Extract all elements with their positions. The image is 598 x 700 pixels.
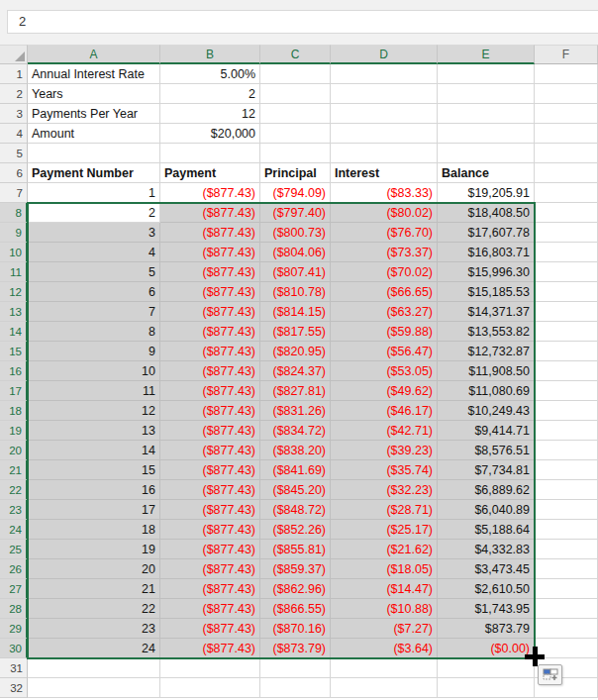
cell-c24[interactable]: ($852.26)	[260, 520, 331, 540]
cell-b9[interactable]: ($877.43)	[160, 223, 260, 243]
cell-a18[interactable]: 12	[28, 401, 160, 421]
cell-b32[interactable]	[160, 678, 260, 698]
cell-c16[interactable]: ($824.37)	[260, 361, 331, 381]
cell-f8[interactable]	[535, 203, 598, 223]
cell-e5[interactable]	[438, 144, 535, 163]
cell-e9[interactable]: $17,607.78	[438, 223, 535, 243]
row-header-24[interactable]: 24	[0, 520, 28, 540]
row-header-17[interactable]: 17	[0, 381, 28, 401]
cell-c25[interactable]: ($855.81)	[260, 540, 331, 559]
cell-f19[interactable]	[535, 421, 598, 441]
cell-a23[interactable]: 17	[28, 500, 160, 520]
row-header-26[interactable]: 26	[0, 559, 28, 579]
cell-c11[interactable]: ($807.41)	[260, 262, 331, 282]
row-header-10[interactable]: 10	[0, 243, 28, 262]
cell-b7[interactable]: ($877.43)	[160, 183, 260, 203]
cell-c4[interactable]	[260, 124, 331, 144]
cell-f5[interactable]	[535, 144, 598, 163]
cell-a7[interactable]: 1	[28, 183, 160, 203]
cell-b21[interactable]: ($877.43)	[160, 460, 260, 480]
cell-b22[interactable]: ($877.43)	[160, 480, 260, 500]
cell-e31[interactable]	[438, 658, 535, 678]
cell-a10[interactable]: 4	[28, 243, 160, 262]
cell-d10[interactable]: ($73.37)	[331, 243, 438, 262]
cell-c15[interactable]: ($820.95)	[260, 342, 331, 361]
cell-b6[interactable]: Payment	[160, 163, 260, 183]
cell-d26[interactable]: ($18.05)	[331, 559, 438, 579]
cell-c27[interactable]: ($862.96)	[260, 579, 331, 599]
cell-a29[interactable]: 23	[28, 619, 160, 639]
row-header-27[interactable]: 27	[0, 579, 28, 599]
cell-d1[interactable]	[331, 64, 438, 84]
cell-f28[interactable]	[535, 599, 598, 619]
column-header-a[interactable]: A	[28, 45, 160, 64]
cell-a9[interactable]: 3	[28, 223, 160, 243]
cell-e26[interactable]: $3,473.45	[438, 559, 535, 579]
cell-b25[interactable]: ($877.43)	[160, 540, 260, 559]
cell-e22[interactable]: $6,889.62	[438, 480, 535, 500]
cell-a22[interactable]: 16	[28, 480, 160, 500]
row-header-32[interactable]: 32	[0, 678, 28, 698]
cell-c22[interactable]: ($845.20)	[260, 480, 331, 500]
cell-e30[interactable]: ($0.00)	[438, 639, 535, 658]
cell-e32[interactable]	[438, 678, 535, 698]
cell-f30[interactable]	[535, 639, 598, 658]
cell-a15[interactable]: 9	[28, 342, 160, 361]
cell-c5[interactable]	[260, 144, 331, 163]
cell-d4[interactable]	[331, 124, 438, 144]
cell-b10[interactable]: ($877.43)	[160, 243, 260, 262]
cell-f1[interactable]	[535, 64, 598, 84]
row-header-16[interactable]: 16	[0, 361, 28, 381]
cell-b19[interactable]: ($877.43)	[160, 421, 260, 441]
cell-f13[interactable]	[535, 302, 598, 322]
cell-a20[interactable]: 14	[28, 441, 160, 460]
cell-c20[interactable]: ($838.20)	[260, 441, 331, 460]
cell-e15[interactable]: $12,732.87	[438, 342, 535, 361]
cell-b24[interactable]: ($877.43)	[160, 520, 260, 540]
cell-e11[interactable]: $15,996.30	[438, 262, 535, 282]
cell-a1[interactable]: Annual Interest Rate	[28, 64, 160, 84]
cell-b5[interactable]	[160, 144, 260, 163]
cell-f7[interactable]	[535, 183, 598, 203]
cell-c3[interactable]	[260, 104, 331, 124]
cell-c9[interactable]: ($800.73)	[260, 223, 331, 243]
cell-e13[interactable]: $14,371.37	[438, 302, 535, 322]
cell-b17[interactable]: ($877.43)	[160, 381, 260, 401]
cell-e12[interactable]: $15,185.53	[438, 282, 535, 302]
cell-a3[interactable]: Payments Per Year	[28, 104, 160, 124]
cell-e20[interactable]: $8,576.51	[438, 441, 535, 460]
cell-a17[interactable]: 11	[28, 381, 160, 401]
cell-b14[interactable]: ($877.43)	[160, 322, 260, 342]
cell-a12[interactable]: 6	[28, 282, 160, 302]
cell-c32[interactable]	[260, 678, 331, 698]
cell-b3[interactable]: 12	[160, 104, 260, 124]
cell-d27[interactable]: ($14.47)	[331, 579, 438, 599]
cell-e25[interactable]: $4,332.83	[438, 540, 535, 559]
cell-a16[interactable]: 10	[28, 361, 160, 381]
cell-d6[interactable]: Interest	[331, 163, 438, 183]
cell-b11[interactable]: ($877.43)	[160, 262, 260, 282]
cell-e10[interactable]: $16,803.71	[438, 243, 535, 262]
cell-c10[interactable]: ($804.06)	[260, 243, 331, 262]
cell-c29[interactable]: ($870.16)	[260, 619, 331, 639]
cell-e23[interactable]: $6,040.89	[438, 500, 535, 520]
row-header-23[interactable]: 23	[0, 500, 28, 520]
cell-d21[interactable]: ($35.74)	[331, 460, 438, 480]
cell-c8[interactable]: ($797.40)	[260, 203, 331, 223]
cell-c17[interactable]: ($827.81)	[260, 381, 331, 401]
cell-c21[interactable]: ($841.69)	[260, 460, 331, 480]
cell-b29[interactable]: ($877.43)	[160, 619, 260, 639]
row-header-19[interactable]: 19	[0, 421, 28, 441]
cell-c12[interactable]: ($810.78)	[260, 282, 331, 302]
column-header-c[interactable]: C	[260, 45, 331, 64]
cell-c30[interactable]: ($873.79)	[260, 639, 331, 658]
row-header-8[interactable]: 8	[0, 203, 28, 223]
cell-a14[interactable]: 8	[28, 322, 160, 342]
cell-b1[interactable]: 5.00%	[160, 64, 260, 84]
cell-a19[interactable]: 13	[28, 421, 160, 441]
cell-f15[interactable]	[535, 342, 598, 361]
cell-d14[interactable]: ($59.88)	[331, 322, 438, 342]
cell-f18[interactable]	[535, 401, 598, 421]
cell-a32[interactable]	[28, 678, 160, 698]
cell-d30[interactable]: ($3.64)	[331, 639, 438, 658]
